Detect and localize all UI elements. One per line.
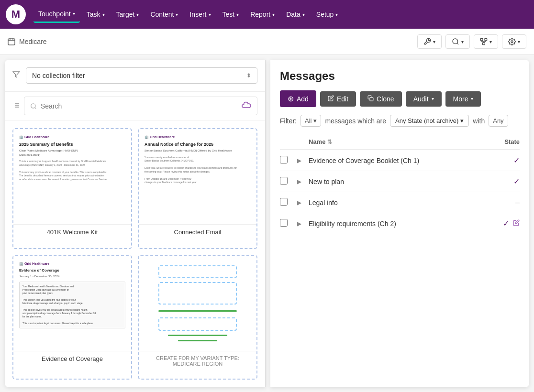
medicare-tab[interactable]: Medicare [8,38,47,45]
items-grid: 🏢 Grid Healthcare 2025 Summary of Benefi… [5,120,265,387]
svg-rect-0 [8,39,15,45]
item-preview [139,256,256,351]
edit-button[interactable]: Edit [320,91,356,107]
grid-item-template[interactable]: CREATE FOR MY VARIANT TYPE: MEDICARE REG… [138,255,257,380]
table-row: ▶ Evidence of Coverage Booklet (Ch 1) ✓ [280,150,520,171]
clone-button[interactable]: Clone [360,91,402,107]
chevron-down-icon: ▾ [136,12,139,17]
nav-item-task[interactable]: Task ▾ [82,7,110,22]
expand-arrow[interactable]: ▶ [297,220,309,227]
chevron-down-icon: ▾ [460,117,464,124]
table-header: Name ⇅ State [280,134,520,150]
svg-rect-7 [485,38,487,41]
second-bar: Medicare ▾ ▾ [0,29,534,55]
nav-item-report[interactable]: Report ▾ [245,7,279,22]
logo-letter: M [11,8,20,21]
svg-line-5 [457,43,458,44]
nav-item-insert[interactable]: Insert ▾ [185,7,215,22]
edit-row-icon[interactable] [513,219,520,228]
search-input[interactable] [41,102,237,110]
chevron-down-icon: ▾ [433,39,435,44]
nav-item-test[interactable]: Test ▾ [218,7,244,22]
chevron-down-icon: ▾ [461,39,464,44]
row-checkbox[interactable] [280,198,288,206]
nav-item-setup[interactable]: Setup ▾ [312,7,343,22]
svg-point-22 [31,103,35,108]
row-actions: ✓ [503,219,520,228]
clone-icon [367,95,374,103]
search-toolbar-btn[interactable]: ▾ [445,34,470,49]
header-state: State [504,138,520,145]
row-checkbox[interactable] [280,156,288,163]
chevron-down-icon: ▾ [176,12,178,17]
filter-bar: No collection filter ⬍ [5,60,265,92]
nav-item-content[interactable]: Content ▾ [145,7,183,22]
chevron-down-icon: ▾ [490,39,492,44]
chevron-down-icon: ▾ [272,12,275,17]
tab-medicare-label: Medicare [19,38,47,45]
svg-point-14 [511,41,513,43]
header-name: Name ⇅ [309,138,504,145]
logo[interactable]: M [6,4,26,24]
all-filter-select[interactable]: All ▾ [300,115,321,127]
chevron-down-icon: ▾ [209,12,211,17]
right-panel: Messages ⊕ Add Edit [270,60,529,387]
expand-arrow[interactable]: ▶ [297,178,309,185]
grid-item-401k[interactable]: 🏢 Grid Healthcare 2025 Summary of Benefi… [12,128,132,249]
item-label: CREATE FOR MY VARIANT TYPE: MEDICARE REG… [139,351,256,370]
nav-items-list: Touchpoint ▾ Task ▾ Target ▾ Content ▾ I… [33,6,528,23]
sort-icon[interactable]: ⇅ [327,139,332,145]
chevron-down-icon: ▾ [302,12,305,17]
item-preview: 🏢 Grid Healthcare 2025 Summary of Benefi… [13,129,131,225]
search-icon [30,103,37,109]
any-filter-select[interactable]: Any [489,115,508,127]
row-state: – [515,198,520,207]
more-button[interactable]: More ▾ [445,91,481,107]
row-name: Eligibility requirements (Ch 2) [309,220,503,228]
item-label: 401K Welcome Kit [13,225,131,240]
item-preview: 🏢 Grid Healthcare Annual Notice of Chang… [139,129,256,225]
expand-arrow[interactable]: ▶ [297,157,309,164]
settings-toolbar-btn[interactable]: ▾ [502,34,526,49]
nav-item-touchpoint[interactable]: Touchpoint ▾ [33,6,80,23]
chevron-down-icon: ▾ [335,12,338,17]
row-state: ✓ [503,219,509,228]
table-row: ▶ Eligibility requirements (Ch 2) ✓ [280,213,520,234]
list-icon [12,101,20,111]
chevron-down-icon: ▾ [471,96,473,101]
messages-toolbar: ⊕ Add Edit Clone [270,90,529,115]
search-icon [452,38,459,45]
chevron-updown-icon: ⬍ [246,72,251,79]
network-toolbar-btn[interactable]: ▾ [474,34,498,49]
svg-rect-24 [370,97,373,100]
right-toolbar: ▾ ▾ ▾ [417,34,526,49]
search-input-wrap [24,97,257,115]
row-name: Evidence of Coverage Booklet (Ch 1) [309,157,513,164]
grid-item-connected-email[interactable]: 🏢 Grid Healthcare Annual Notice of Chang… [138,128,257,249]
wrench-toolbar-btn[interactable]: ▾ [417,34,442,49]
filter-with-label: with [473,117,485,125]
grid-item-eoc[interactable]: 🏢 Grid Healthcare Evidence of Coverage J… [12,255,132,380]
add-button[interactable]: ⊕ Add [280,90,316,107]
chevron-down-icon: ▾ [73,11,75,16]
collection-filter-label: No collection filter [32,72,85,79]
calendar-icon [8,38,15,45]
chevron-down-icon: ▾ [518,39,520,44]
gear-icon [508,38,516,45]
svg-point-4 [453,39,458,44]
table-row: ▶ Legal info – [280,192,520,213]
wrench-icon [423,38,431,45]
row-state: ✓ [513,156,520,165]
row-checkbox[interactable] [280,219,288,227]
filter-messages-which-are: messages which are [325,117,386,125]
row-checkbox[interactable] [280,177,288,185]
search-bar [5,92,265,120]
expand-arrow[interactable]: ▶ [297,199,309,206]
audit-button[interactable]: Audit ▾ [406,91,442,107]
nav-item-target[interactable]: Target ▾ [111,7,144,22]
chevron-down-icon: ▾ [432,96,434,101]
state-filter-select[interactable]: Any State (not archive) ▾ [390,115,469,127]
item-label: Connected Email [139,225,256,240]
collection-filter-select[interactable]: No collection filter ⬍ [26,67,257,84]
nav-item-data[interactable]: Data ▾ [281,7,310,22]
